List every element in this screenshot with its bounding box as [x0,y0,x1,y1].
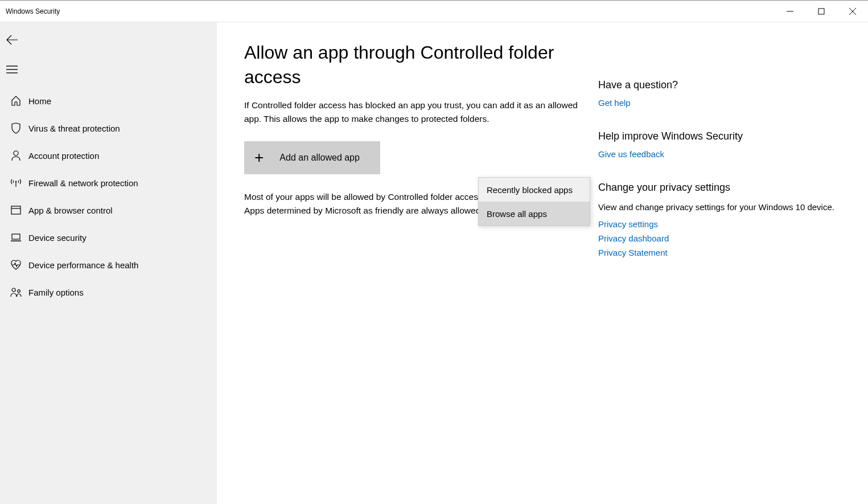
sidebar-item-label: Device performance & health [28,260,138,270]
sidebar-item-firewall[interactable]: Firewall & network protection [0,169,217,196]
svg-point-8 [15,181,17,182]
improve-heading: Help improve Windows Security [598,130,851,142]
back-button[interactable] [0,28,24,52]
right-panel: Have a question? Get help Help improve W… [598,40,868,504]
maximize-icon [818,8,825,15]
question-heading: Have a question? [598,79,851,91]
maximize-button[interactable] [805,1,837,22]
dropdown-item-browse-all[interactable]: Browse all apps [479,202,590,226]
laptop-icon [10,233,22,241]
sidebar-item-account[interactable]: Account protection [0,142,217,169]
minimize-icon [787,8,793,15]
add-allowed-app-button[interactable]: + Add an allowed app [244,141,380,174]
sidebar-item-label: Firewall & network protection [28,178,138,188]
privacy-text: View and change privacy settings for you… [598,200,851,214]
privacy-heading: Change your privacy settings [598,182,851,194]
plus-icon: + [254,149,264,167]
privacy-dashboard-link[interactable]: Privacy dashboard [598,233,851,243]
home-icon [11,96,21,106]
page-description: If Controlled folder access has blocked … [244,99,587,125]
add-button-label: Add an allowed app [279,153,360,163]
titlebar: Windows Security [0,0,868,22]
main-area: Allow an app through Controlled folder a… [217,22,868,504]
sidebar-item-label: Family options [28,288,84,297]
sidebar-item-home[interactable]: Home [0,87,217,114]
improve-section: Help improve Windows Security Give us fe… [598,130,851,159]
hamburger-button[interactable] [0,58,24,81]
content: Allow an app through Controlled folder a… [217,40,598,504]
hamburger-icon [6,65,18,73]
browser-icon [11,206,21,215]
privacy-settings-link[interactable]: Privacy settings [598,219,851,229]
window-title: Windows Security [6,7,60,15]
svg-rect-11 [12,234,20,239]
close-icon [849,8,856,15]
person-icon [11,150,21,161]
add-app-dropdown: Recently blocked apps Browse all apps [478,177,590,226]
question-section: Have a question? Get help [598,79,851,108]
sidebar-item-label: Home [28,96,51,106]
family-icon [10,287,22,297]
heart-pulse-icon [10,260,22,270]
sidebar-item-label: App & browser control [28,206,113,215]
svg-point-7 [14,151,18,155]
page-title: Allow an app through Controlled folder a… [244,40,587,89]
dropdown-item-recently-blocked[interactable]: Recently blocked apps [479,178,590,202]
privacy-statement-link[interactable]: Privacy Statement [598,248,851,257]
sidebar-item-device-security[interactable]: Device security [0,224,217,251]
minimize-button[interactable] [774,1,805,22]
sidebar-item-virus[interactable]: Virus & threat protection [0,114,217,142]
sidebar-item-performance[interactable]: Device performance & health [0,251,217,278]
window-controls [774,1,868,22]
shield-icon [11,122,21,134]
feedback-link[interactable]: Give us feedback [598,149,851,159]
close-button[interactable] [837,1,868,22]
svg-rect-9 [11,206,20,214]
antenna-icon [10,178,22,187]
svg-rect-1 [818,9,824,14]
sidebar-item-label: Account protection [28,151,99,161]
privacy-section: Change your privacy settings View and ch… [598,182,851,257]
sidebar-item-family[interactable]: Family options [0,278,217,306]
back-arrow-icon [6,35,18,45]
sidebar-item-app-browser[interactable]: App & browser control [0,196,217,224]
svg-point-12 [12,288,15,292]
sidebar-item-label: Device security [28,233,87,243]
get-help-link[interactable]: Get help [598,98,851,108]
sidebar: Home Virus & threat protection Account p… [0,22,217,504]
svg-point-13 [18,290,20,293]
sidebar-item-label: Virus & threat protection [28,124,120,133]
